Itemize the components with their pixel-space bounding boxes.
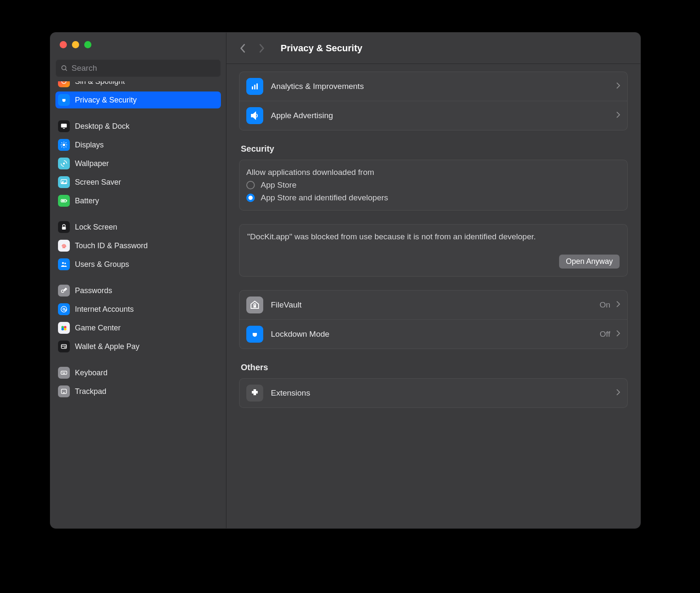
settings-window: Siri & SpotlightPrivacy & SecurityDeskto…	[50, 32, 641, 529]
row-label: Lockdown Mode	[271, 330, 600, 339]
sidebar-item-label: Wallet & Apple Pay	[75, 342, 139, 351]
minimize-window-button[interactable]	[72, 41, 79, 48]
sidebar-item-label: Battery	[75, 197, 99, 205]
sidebar-scroll[interactable]: Siri & SpotlightPrivacy & SecurityDeskto…	[50, 81, 226, 528]
touchid-icon	[58, 240, 70, 252]
sidebar-item-iaccounts[interactable]: Internet Accounts	[55, 301, 221, 318]
window-controls	[50, 33, 226, 48]
svg-point-14	[63, 163, 65, 165]
sidebar-item-trackpad[interactable]: Trackpad	[55, 383, 221, 400]
sidebar-item-label: Lock Screen	[75, 223, 117, 232]
allow-apps-card: Allow applications downloaded from App S…	[239, 160, 628, 211]
sidebar-item-lock[interactable]: Lock Screen	[55, 219, 221, 236]
svg-rect-40	[254, 85, 256, 89]
svg-point-23	[61, 290, 64, 293]
allow-apps-label: Allow applications downloaded from	[246, 168, 620, 177]
row-lockdown[interactable]: Lockdown ModeOff	[240, 319, 627, 349]
content-pane: Privacy & Security Analytics & Improveme…	[226, 33, 640, 528]
battery-icon	[58, 195, 70, 207]
privacy-icon	[58, 94, 70, 106]
svg-line-1	[66, 69, 67, 71]
passwords-icon	[58, 285, 70, 296]
iaccounts-icon	[58, 303, 70, 315]
row-label: FileVault	[271, 300, 600, 310]
chevron-right-icon	[616, 82, 620, 91]
svg-line-11	[66, 147, 66, 147]
sidebar-item-touchid[interactable]: Touch ID & Password	[55, 237, 221, 254]
sidebar-item-siri[interactable]: Siri & Spotlight	[55, 81, 221, 90]
sidebar-item-desktop[interactable]: Desktop & Dock	[55, 118, 221, 135]
svg-rect-31	[61, 346, 66, 347]
radio-button-icon	[246, 194, 255, 202]
open-anyway-button[interactable]: Open Anyway	[559, 255, 620, 269]
security-rows-card: FileVaultOnLockdown ModeOff	[239, 290, 628, 349]
nav-back-button[interactable]	[237, 42, 249, 55]
sidebar-item-keyboard[interactable]: Keyboard	[55, 364, 221, 381]
radio-label: App Store and identified developers	[261, 193, 388, 202]
content-body[interactable]: Analytics & ImprovementsApple Advertisin…	[226, 64, 640, 528]
sidebar-item-displays[interactable]: Displays	[55, 136, 221, 153]
sidebar-item-label: Wallpaper	[75, 159, 109, 168]
content-header: Privacy & Security	[226, 33, 640, 64]
sidebar-item-label: Internet Accounts	[75, 305, 134, 314]
sidebar-item-passwords[interactable]: Passwords	[55, 282, 221, 299]
search-field[interactable]	[55, 59, 221, 77]
sidebar-item-wallet[interactable]: Wallet & Apple Pay	[55, 338, 221, 355]
sidebar-item-privacy[interactable]: Privacy & Security	[55, 91, 221, 108]
svg-line-13	[66, 142, 66, 143]
allow-apps-option-0[interactable]: App Store	[246, 180, 620, 190]
svg-rect-41	[256, 83, 258, 89]
svg-point-29	[64, 328, 66, 330]
zoom-window-button[interactable]	[84, 41, 91, 48]
sidebar-item-ssaver[interactable]: Screen Saver	[55, 174, 221, 191]
svg-rect-4	[63, 128, 65, 129]
svg-point-28	[61, 328, 64, 330]
analytics-icon	[246, 78, 263, 95]
svg-point-0	[62, 66, 66, 70]
row-extensions[interactable]: Extensions	[240, 379, 627, 407]
svg-rect-42	[254, 305, 256, 308]
search-icon	[61, 64, 68, 72]
svg-rect-35	[63, 372, 64, 373]
svg-rect-3	[61, 124, 67, 127]
chevron-right-icon	[616, 330, 620, 338]
svg-rect-39	[252, 86, 253, 89]
others-card: Extensions	[239, 378, 628, 408]
sidebar-item-battery[interactable]: Battery	[55, 192, 221, 209]
siri-icon	[58, 81, 70, 87]
row-analytics[interactable]: Analytics & Improvements	[240, 72, 627, 101]
ssaver-icon	[58, 176, 70, 188]
svg-point-2	[62, 81, 66, 83]
lockdown-icon	[246, 326, 263, 343]
search-input[interactable]	[68, 63, 216, 73]
svg-line-12	[61, 147, 62, 147]
sidebar-item-label: Screen Saver	[75, 178, 121, 187]
row-label: Extensions	[271, 388, 616, 398]
svg-rect-18	[66, 200, 67, 202]
sidebar-item-gamectr[interactable]: Game Center	[55, 319, 221, 336]
row-filevault[interactable]: FileVaultOn	[240, 291, 627, 319]
row-adv[interactable]: Apple Advertising	[240, 101, 627, 130]
sidebar-item-users[interactable]: Users & Groups	[55, 256, 221, 273]
lock-icon	[58, 221, 70, 233]
sidebar-item-wallpaper[interactable]: Wallpaper	[55, 155, 221, 172]
svg-rect-37	[63, 373, 65, 374]
blocked-app-message: "DocKit.app" was blocked from use becaus…	[247, 231, 560, 243]
sidebar: Siri & SpotlightPrivacy & SecurityDeskto…	[50, 33, 226, 528]
sidebar-item-label: Displays	[75, 141, 104, 150]
users-icon	[58, 258, 70, 270]
displays-icon	[58, 139, 70, 151]
wallpaper-icon	[58, 158, 70, 169]
close-window-button[interactable]	[60, 41, 67, 48]
blocked-app-card: "DocKit.app" was blocked from use becaus…	[239, 224, 628, 277]
sidebar-item-label: Keyboard	[75, 369, 107, 377]
filevault-icon	[246, 296, 263, 313]
adv-icon	[246, 107, 263, 124]
allow-apps-option-1[interactable]: App Store and identified developers	[246, 193, 620, 202]
sidebar-item-label: Desktop & Dock	[75, 122, 130, 131]
sidebar-item-label: Passwords	[75, 286, 112, 295]
nav-forward-button[interactable]	[255, 42, 268, 55]
chevron-right-icon	[616, 301, 620, 309]
svg-rect-32	[64, 347, 66, 348]
page-title: Privacy & Security	[281, 43, 362, 54]
